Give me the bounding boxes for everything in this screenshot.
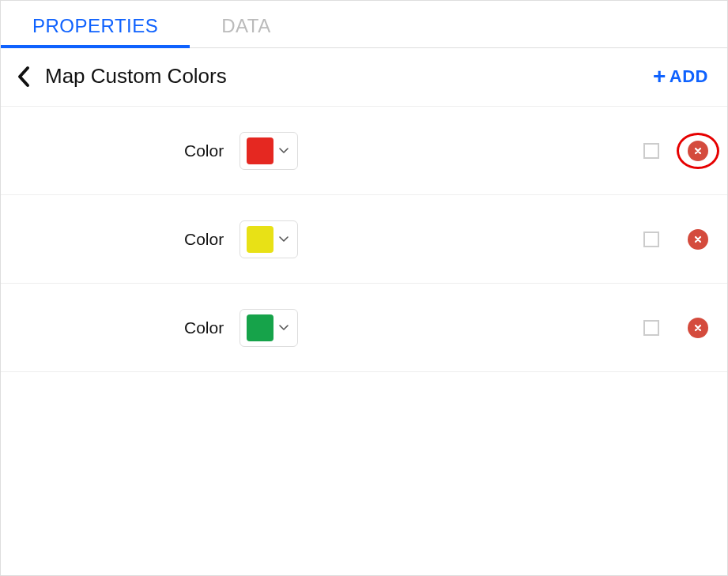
color-label: Color bbox=[184, 141, 224, 160]
tabs-container: PROPERTIES DATA bbox=[1, 1, 727, 48]
delete-icon[interactable] bbox=[688, 318, 708, 338]
add-button[interactable]: + ADD bbox=[653, 66, 708, 88]
color-label: Color bbox=[184, 318, 224, 337]
color-swatch bbox=[247, 314, 273, 341]
color-label: Color bbox=[184, 230, 224, 249]
chevron-left-icon bbox=[17, 66, 31, 88]
back-button[interactable] bbox=[17, 66, 31, 88]
color-picker[interactable] bbox=[240, 132, 298, 170]
add-button-label: ADD bbox=[670, 66, 708, 87]
delete-button-wrapper bbox=[688, 141, 708, 161]
row-left: Color bbox=[184, 309, 298, 347]
color-rows: ColorColorColor bbox=[1, 107, 727, 372]
color-row: Color bbox=[1, 195, 727, 284]
color-row: Color bbox=[1, 284, 727, 372]
row-checkbox[interactable] bbox=[643, 232, 659, 247]
chevron-down-icon bbox=[278, 147, 289, 155]
page-title: Map Custom Colors bbox=[45, 64, 227, 88]
delete-button-wrapper bbox=[688, 318, 708, 338]
section-header: Map Custom Colors + ADD bbox=[1, 48, 727, 107]
tab-properties-label: PROPERTIES bbox=[32, 15, 158, 36]
tab-data-label: DATA bbox=[221, 15, 270, 36]
color-picker[interactable] bbox=[240, 220, 298, 258]
chevron-down-icon bbox=[278, 235, 289, 243]
row-checkbox[interactable] bbox=[643, 143, 659, 159]
row-left: Color bbox=[184, 220, 298, 258]
delete-button-wrapper bbox=[688, 229, 708, 250]
color-row: Color bbox=[1, 107, 727, 195]
chevron-down-icon bbox=[278, 324, 289, 332]
tab-data[interactable]: DATA bbox=[190, 1, 302, 47]
tab-properties[interactable]: PROPERTIES bbox=[1, 1, 190, 47]
delete-icon[interactable] bbox=[688, 229, 708, 250]
row-left: Color bbox=[184, 132, 298, 170]
header-left: Map Custom Colors bbox=[17, 64, 227, 88]
plus-icon: + bbox=[653, 66, 666, 88]
row-checkbox[interactable] bbox=[643, 320, 659, 336]
color-picker[interactable] bbox=[240, 309, 298, 347]
delete-icon[interactable] bbox=[688, 141, 708, 161]
color-swatch bbox=[247, 137, 273, 164]
color-swatch bbox=[247, 226, 273, 253]
